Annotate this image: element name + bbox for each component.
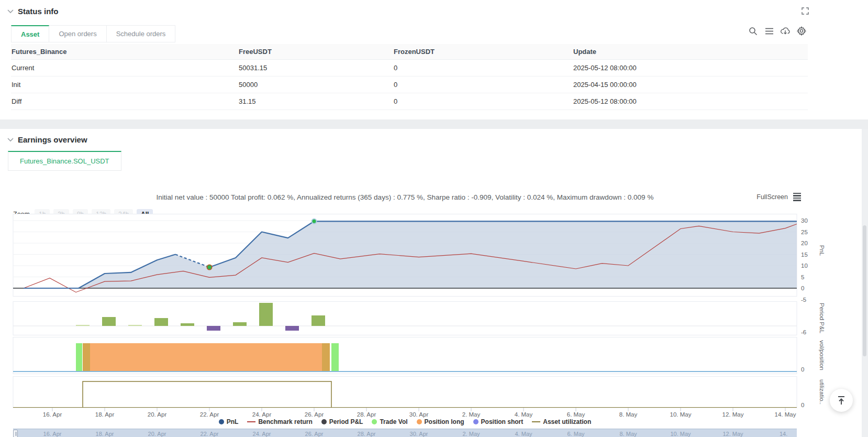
earnings-chart-canvas[interactable]: 16. Apr18. Apr20. Apr22. Apr24. Apr26. A… bbox=[0, 214, 868, 437]
legend-item-trade-vol[interactable]: Trade Vol bbox=[372, 418, 407, 425]
init-update: 2025-04-15 00:00:00 bbox=[573, 76, 808, 93]
period-tick-label: -6 bbox=[801, 329, 806, 335]
collapse-chevron-icon[interactable] bbox=[7, 138, 14, 142]
pnl-tick-label: 20 bbox=[801, 240, 808, 246]
pnl-tick-label: 15 bbox=[801, 252, 808, 258]
legend-item-benchmark-return[interactable]: Benchmark return bbox=[247, 418, 312, 425]
navigator-date-label: 24. Apr bbox=[253, 431, 271, 437]
diff-frozen-usdt: 0 bbox=[393, 93, 573, 110]
pnl-tick-label: -5 bbox=[801, 297, 806, 303]
x-axis-label: 2. May bbox=[462, 411, 481, 418]
chart-panel-1 bbox=[13, 302, 797, 335]
table-row-current: Current 50031.15 0 2025-05-12 08:00:00 bbox=[11, 59, 808, 76]
x-axis-label: 8. May bbox=[619, 411, 638, 418]
scrollbar-thumb[interactable] bbox=[863, 225, 866, 356]
collapse-chevron-icon[interactable] bbox=[7, 9, 14, 14]
period-pnl-bar bbox=[259, 303, 273, 326]
chart-stats-line: Initial net value : 50000 Total profit: … bbox=[13, 193, 797, 201]
x-axis-label: 6. May bbox=[567, 411, 585, 418]
tab-asset[interactable]: Asset bbox=[11, 25, 49, 42]
status-tabs: Asset Open orders Schedule orders bbox=[11, 25, 175, 42]
trade-vol-bar bbox=[76, 343, 82, 371]
diff-label: Diff bbox=[11, 93, 238, 110]
legend-item-position-short[interactable]: Position short bbox=[473, 418, 524, 425]
navigator-date-label: 12. May bbox=[722, 431, 743, 437]
navigator-date-label: 8. May bbox=[619, 431, 637, 437]
navigator-date-label: 2. May bbox=[462, 431, 480, 437]
legend-marker bbox=[247, 421, 255, 423]
legend-item-period-p-l[interactable]: Period P&L bbox=[321, 418, 363, 425]
util-tick-label: 0 bbox=[801, 402, 804, 408]
tab-schedule-orders[interactable]: Schedule orders bbox=[107, 25, 176, 42]
diff-free-usdt: 31.15 bbox=[238, 93, 393, 110]
navigator-date-label: 22. Apr bbox=[201, 431, 219, 437]
x-axis-label: 16. Apr bbox=[43, 411, 62, 418]
col-frozen-usdt: FrozenUSDT bbox=[393, 44, 573, 59]
legend-label: Position long bbox=[425, 418, 464, 425]
x-axis-label: 30. Apr bbox=[409, 411, 429, 418]
legend-marker bbox=[473, 419, 478, 424]
init-frozen-usdt: 0 bbox=[393, 76, 573, 93]
legend-item-asset-utilization[interactable]: Asset utilization bbox=[532, 418, 591, 425]
search-icon[interactable] bbox=[748, 26, 758, 36]
legend-label: Asset utilization bbox=[543, 418, 591, 425]
x-axis-label: 24. Apr bbox=[252, 411, 272, 418]
status-section-title: Status info bbox=[18, 7, 59, 16]
legend-label: Period P&L bbox=[329, 418, 363, 425]
pnl-tick-label: 10 bbox=[801, 263, 808, 269]
current-frozen-usdt: 0 bbox=[393, 59, 573, 76]
x-axis-label: 4. May bbox=[515, 411, 533, 418]
navigator-date-label: 16. Apr bbox=[43, 431, 62, 437]
legend-item-position-long[interactable]: Position long bbox=[417, 418, 464, 425]
cloud-download-icon[interactable] bbox=[781, 26, 790, 36]
fullscreen-label[interactable]: FullScreen bbox=[756, 193, 788, 201]
vol-tick-label: 0 bbox=[801, 366, 804, 373]
chart-menu-icon[interactable] bbox=[793, 193, 801, 201]
period-pnl-bar bbox=[154, 318, 168, 326]
legend-item-pnl[interactable]: PnL bbox=[219, 418, 239, 425]
x-axis-label: 20. Apr bbox=[148, 411, 167, 418]
status-info-card: Status info Asset Open orders Schedule o… bbox=[0, 0, 868, 119]
axis-name: PnL bbox=[819, 245, 825, 256]
legend-label: Trade Vol bbox=[380, 418, 407, 425]
chart-navigator[interactable]: 16. Apr18. Apr20. Apr22. Apr24. Apr26. A… bbox=[13, 429, 797, 437]
settings-gear-icon[interactable] bbox=[797, 26, 806, 36]
period-pnl-bar bbox=[102, 317, 116, 326]
legend-marker bbox=[417, 419, 422, 424]
x-axis-label: 10. May bbox=[670, 411, 692, 418]
diff-update: 2025-05-12 08:00:00 bbox=[573, 93, 808, 110]
chart-legend: PnLBenchmark returnPeriod P&LTrade VolPo… bbox=[13, 418, 797, 425]
pnl-tick-label: 5 bbox=[801, 274, 804, 280]
chart-fullscreen-control[interactable]: FullScreen bbox=[756, 193, 801, 201]
period-pnl-bar bbox=[181, 323, 194, 326]
axis-name: vol/position bbox=[819, 340, 825, 370]
tab-futures-binance-sol-usdt[interactable]: Futures_Binance.SOL_USDT bbox=[8, 151, 121, 171]
back-to-top-button[interactable] bbox=[830, 389, 853, 412]
table-row-diff: Diff 31.15 0 2025-05-12 08:00:00 bbox=[11, 93, 808, 110]
navigator-date-label: 14. May bbox=[780, 431, 791, 437]
current-update: 2025-05-12 08:00:00 bbox=[573, 59, 808, 76]
tab-open-orders[interactable]: Open orders bbox=[49, 25, 106, 42]
legend-marker bbox=[321, 419, 327, 424]
init-label: Init bbox=[11, 76, 238, 93]
section-divider bbox=[0, 119, 868, 129]
x-axis-label: 12. May bbox=[722, 411, 744, 418]
expand-icon[interactable] bbox=[802, 7, 809, 17]
asset-table: Futures_Binance FreeUSDT FrozenUSDT Upda… bbox=[11, 44, 808, 110]
current-free-usdt: 50031.15 bbox=[238, 59, 393, 76]
navigator-date-label: 20. Apr bbox=[148, 431, 166, 437]
pnl-tick-label: 0 bbox=[801, 285, 804, 291]
legend-label: Benchmark return bbox=[258, 418, 312, 425]
axis-name: Period P&L bbox=[819, 303, 825, 334]
legend-label: Position short bbox=[481, 418, 524, 425]
current-link[interactable]: Current bbox=[11, 59, 238, 76]
earnings-chart[interactable]: 16. Apr18. Apr20. Apr22. Apr24. Apr26. A… bbox=[0, 214, 868, 437]
navigator-date-label: 18. Apr bbox=[96, 431, 114, 437]
menu-icon[interactable] bbox=[764, 26, 774, 36]
legend-label: PnL bbox=[227, 418, 239, 425]
period-pnl-bar bbox=[207, 326, 220, 331]
navigator-left-handle[interactable] bbox=[13, 430, 18, 437]
period-pnl-bar bbox=[128, 325, 142, 326]
pnl-tick-label: 25 bbox=[801, 229, 808, 235]
x-axis-label: 26. Apr bbox=[305, 411, 324, 418]
